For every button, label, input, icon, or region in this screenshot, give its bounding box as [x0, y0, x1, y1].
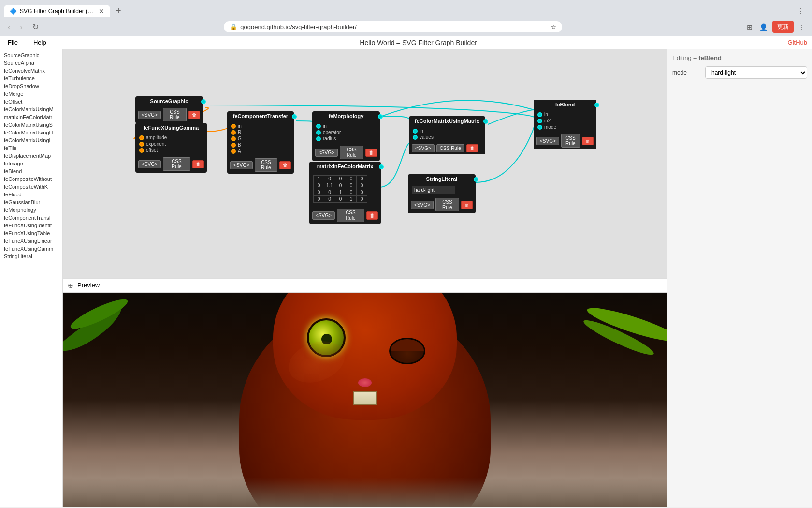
sidebar-item-fecompositewithout[interactable]: feCompositeWithout: [0, 175, 62, 183]
node-fefuncxusinggamma-delete-btn[interactable]: 🗑: [192, 160, 204, 168]
fcm-in-port[interactable]: [413, 129, 418, 134]
sidebar-item-fefuncxusinglinear[interactable]: feFuncXUsingLinear: [0, 237, 62, 245]
node-matrix-delete-btn[interactable]: 🗑: [366, 211, 378, 220]
sidebar-item-fecomponenttransf[interactable]: feComponentTransf: [0, 214, 62, 222]
fb-mode-port[interactable]: [537, 125, 542, 130]
menu-button[interactable]: ⋮: [797, 22, 807, 32]
fect-a-port[interactable]: [231, 149, 236, 154]
fect-g-port[interactable]: [231, 136, 236, 141]
sidebar-item-feoffset[interactable]: feOffset: [0, 98, 62, 105]
node-sourcegraphic-out-port[interactable]: [201, 99, 206, 104]
fb-in2-port[interactable]: [537, 119, 542, 123]
node-feblend-out-port[interactable]: [594, 103, 599, 107]
menu-help[interactable]: Help: [30, 38, 49, 47]
exponent-port[interactable]: [139, 142, 144, 147]
menu-file[interactable]: File: [5, 38, 21, 47]
node-feblend-delete-btn[interactable]: 🗑: [582, 137, 594, 145]
node-feblend-header[interactable]: feBlend: [534, 100, 596, 109]
forward-button[interactable]: ›: [17, 22, 25, 32]
node-fect-svg-btn[interactable]: <SVG>: [230, 161, 253, 169]
sidebar-item-sourcealpha[interactable]: SourceAlpha: [0, 59, 62, 67]
node-fem-svg-btn[interactable]: <SVG>: [315, 149, 338, 157]
amplitude-port[interactable]: [139, 135, 144, 140]
node-fefuncxusinggamma-css-btn[interactable]: CSS Rule: [163, 157, 190, 171]
stringliteral-value-input[interactable]: [412, 186, 455, 194]
node-fefuncxusinggamma-header[interactable]: feFuncXUsingGamma: [135, 123, 207, 133]
node-fem-css-btn[interactable]: CSS Rule: [340, 146, 363, 159]
sidebar-item-fedisplacementmap[interactable]: feDisplacementMap: [0, 152, 62, 160]
sidebar-item-feconvolvematrix[interactable]: feConvolveMatrix: [0, 67, 62, 75]
node-sourcegraphic-delete-btn[interactable]: 🗑: [188, 111, 200, 119]
sidebar-item-femerge[interactable]: feMerge: [0, 90, 62, 98]
node-matrix-svg-btn[interactable]: <SVG>: [312, 211, 335, 220]
preview-move-icon[interactable]: ⊕: [68, 282, 73, 289]
fem-in-port[interactable]: [316, 124, 321, 129]
node-femorphology-out-port[interactable]: [378, 114, 383, 119]
fem-radius-port[interactable]: [316, 136, 321, 141]
star-icon[interactable]: ☆: [551, 23, 556, 30]
node-fem-delete-btn[interactable]: 🗑: [365, 149, 377, 157]
sidebar-item-fedropshadow[interactable]: feDropShadow: [0, 82, 62, 90]
sidebar-item-matrixinfecolormatr[interactable]: matrixInFeColorMatr: [0, 113, 62, 121]
node-fecomponenttransfer-header[interactable]: feComponentTransfer: [227, 111, 294, 121]
node-sourcegraphic-header[interactable]: SourceGraphic: [135, 96, 203, 106]
tab-close-button[interactable]: ✕: [99, 8, 104, 15]
sidebar-item-fecolormatrixusingl[interactable]: feColorMatrixUsingL: [0, 136, 62, 144]
node-fcm-css-btn[interactable]: CSS Rule: [436, 144, 464, 152]
sidebar-item-fefuncxusinggamm[interactable]: feFuncXUsingGamm: [0, 245, 62, 253]
sidebar-item-fecolormatrixusings[interactable]: feColorMatrixUsingS: [0, 121, 62, 129]
node-matrixinfecolormatrix-header[interactable]: matrixInFeColorMatrix: [309, 162, 381, 171]
url-bar[interactable]: 🔒 gogoend.github.io/svg-filter-graph-bui…: [224, 21, 562, 32]
fcm-values-port[interactable]: [413, 135, 418, 140]
sidebar-item-feimage[interactable]: feImage: [0, 160, 62, 167]
sidebar-item-fecolormatrixusingh[interactable]: feColorMatrixUsingH: [0, 129, 62, 136]
profile-button[interactable]: 👤: [757, 22, 769, 32]
node-feblend-svg-btn[interactable]: <SVG>: [536, 137, 559, 145]
node-stringliteral-delete-btn[interactable]: 🗑: [461, 201, 473, 209]
sidebar-item-feblend[interactable]: feBlend: [0, 167, 62, 175]
update-button[interactable]: 更新: [772, 21, 794, 33]
node-fecomponenttransfer-out-port[interactable]: [292, 114, 297, 119]
fem-operator-port[interactable]: [316, 130, 321, 135]
panel-mode-select[interactable]: normal multiply screen overlay darken li…: [705, 66, 807, 79]
sidebar-item-fegaussianblur[interactable]: feGaussianBlur: [0, 198, 62, 206]
node-stringliteral-css-btn[interactable]: CSS Rule: [435, 198, 459, 211]
fect-r-port[interactable]: [231, 130, 236, 135]
node-matrix-css-btn[interactable]: CSS Rule: [337, 209, 364, 222]
node-fcm-delete-btn[interactable]: 🗑: [466, 144, 478, 152]
sidebar-item-fetile[interactable]: feTile: [0, 144, 62, 152]
github-link[interactable]: GitHub: [788, 39, 807, 46]
active-tab[interactable]: 🔷 SVG Filter Graph Builder (by @ ✕: [4, 5, 110, 17]
refresh-button[interactable]: ↻: [29, 21, 42, 32]
sidebar-item-fecompositewithk[interactable]: feCompositeWithK: [0, 183, 62, 191]
sidebar-item-fefuncxusingidentit[interactable]: feFuncXUsingIdentit: [0, 222, 62, 229]
sidebar-item-feturbulence[interactable]: feTurbulence: [0, 75, 62, 82]
fect-b-port[interactable]: [231, 143, 236, 148]
sidebar-item-femorphology[interactable]: feMorphology: [0, 206, 62, 214]
offset-port[interactable]: [139, 148, 144, 153]
node-sourcegraphic-svg-btn[interactable]: <SVG>: [138, 111, 161, 119]
node-feblend-css-btn[interactable]: CSS Rule: [561, 134, 580, 148]
back-button[interactable]: ‹: [5, 22, 13, 32]
node-stringliteral-svg-btn[interactable]: <SVG>: [411, 201, 434, 209]
sidebar-item-fefuncxusingtable[interactable]: feFuncXUsingTable: [0, 229, 62, 237]
tab-menu-button[interactable]: ⋮: [797, 6, 804, 15]
new-tab-button[interactable]: +: [112, 4, 125, 18]
node-fect-delete-btn[interactable]: 🗑: [279, 161, 291, 169]
fect-in-port[interactable]: [231, 124, 236, 129]
extensions-button[interactable]: ⊞: [745, 22, 754, 32]
node-fecolormatrix-out-port[interactable]: [483, 119, 488, 124]
node-fefuncxusinggamma-svg-btn[interactable]: <SVG>: [138, 160, 161, 168]
sidebar-item-sourcegraphic[interactable]: SourceGraphic: [0, 51, 62, 59]
node-stringliteral-out-port[interactable]: [474, 177, 478, 182]
node-fect-css-btn[interactable]: CSS Rule: [255, 158, 277, 172]
node-femorphology-header[interactable]: feMorphology: [312, 111, 380, 121]
sidebar-item-feflood[interactable]: feFlood: [0, 191, 62, 198]
node-fecolormatrixusingmatrix-header[interactable]: feColorMatrixUsingMatrix: [409, 116, 485, 126]
node-stringliteral-header[interactable]: StringLiteral: [408, 174, 476, 184]
sidebar-item-fecolormatrixusingm[interactable]: feColorMatrixUsingM: [0, 105, 62, 113]
fb-in-port[interactable]: [537, 112, 542, 117]
node-sourcegraphic-css-btn[interactable]: CSS Rule: [163, 108, 187, 121]
sidebar-item-stringliteral[interactable]: StringLiteral: [0, 253, 62, 260]
node-fcm-svg-btn[interactable]: <SVG>: [412, 144, 435, 152]
